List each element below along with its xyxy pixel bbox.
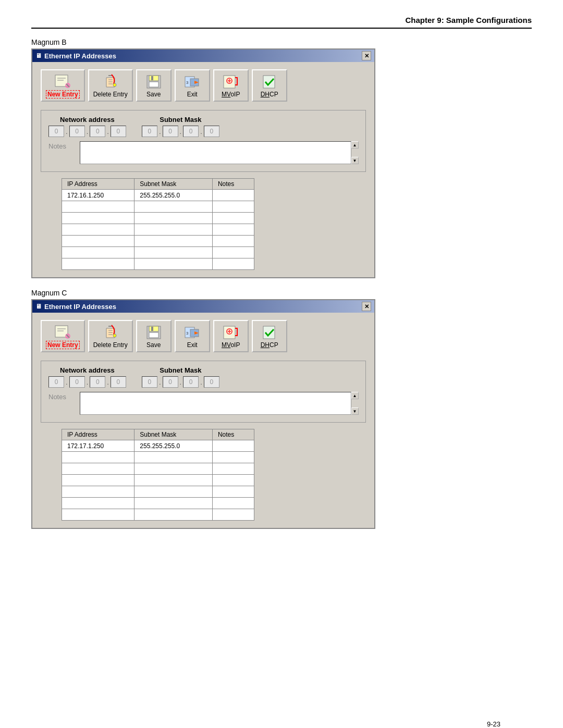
- svg-rect-35: [149, 332, 158, 338]
- scroll-up-c[interactable]: ▲: [351, 392, 359, 399]
- close-button-b[interactable]: ✕: [362, 51, 371, 60]
- exit-icon-c: 3: [182, 324, 202, 341]
- dhcp-label-c: DHCP: [261, 341, 278, 349]
- mvoip-icon-c: [221, 324, 241, 341]
- page-number: 9-23: [487, 720, 500, 728]
- notes-input-c[interactable]: [80, 392, 358, 415]
- table-row: [62, 486, 254, 498]
- magnum-b-label: Magnum B: [31, 38, 532, 46]
- save-button-b[interactable]: Save: [136, 69, 172, 102]
- col-ip-c: IP Address: [62, 429, 134, 440]
- network-octet-1-c[interactable]: [48, 376, 64, 388]
- dhcp-label-b: DHCP: [261, 91, 278, 98]
- scroll-down-c[interactable]: ▼: [351, 408, 359, 415]
- delete-entry-label-c: Delete Entry: [93, 341, 128, 349]
- svg-rect-22: [263, 76, 275, 88]
- table-row: [62, 224, 254, 236]
- subnet-mask-input-b[interactable]: . . .: [142, 126, 219, 137]
- mvoip-label-b: MVoIP: [222, 91, 240, 98]
- new-entry-button-b[interactable]: New Entry: [41, 69, 85, 102]
- notes-input-b[interactable]: [80, 141, 358, 164]
- network-address-col-c: Network address . . .: [48, 366, 126, 388]
- table-row: [62, 236, 254, 247]
- dialog-titlebar-c: 🖥 Ethernet IP Addresses ✕: [32, 300, 374, 313]
- dialog-titlebar-b: 🖥 Ethernet IP Addresses ✕: [32, 50, 374, 62]
- delete-entry-button-b[interactable]: Delete Entry: [88, 69, 133, 102]
- delete-entry-button-c[interactable]: Delete Entry: [88, 320, 133, 352]
- table-row: [62, 258, 254, 270]
- mvoip-button-c[interactable]: MVoIP: [213, 320, 249, 352]
- network-octet-3-b[interactable]: [90, 126, 105, 137]
- network-address-input-b[interactable]: . . .: [48, 126, 126, 137]
- cell-ip-c-1: 172.17.1.250: [62, 440, 134, 452]
- subnet-octet-1-b[interactable]: [142, 126, 157, 137]
- subnet-mask-col-c: Subnet Mask . . .: [142, 366, 219, 388]
- notes-scrollbar-b[interactable]: ▲ ▼: [351, 141, 358, 164]
- scroll-down-b[interactable]: ▼: [351, 157, 359, 164]
- network-address-label-c: Network address: [60, 366, 115, 374]
- subnet-octet-2-b[interactable]: [163, 126, 178, 137]
- network-address-col-b: Network address . . .: [48, 116, 126, 137]
- address-row-c: Network address . . .: [48, 366, 358, 388]
- table-row: [62, 201, 254, 213]
- network-octet-3-c[interactable]: [90, 376, 105, 388]
- exit-label-c: Exit: [187, 341, 198, 349]
- save-icon-c: [144, 324, 164, 341]
- save-label-c: Save: [146, 341, 161, 349]
- subnet-mask-label-c: Subnet Mask: [160, 366, 201, 374]
- chapter-title: Chapter 9: Sample Configurations: [405, 16, 532, 24]
- col-subnet-c: Subnet Mask: [134, 429, 213, 440]
- save-button-c[interactable]: Save: [136, 320, 172, 352]
- new-entry-button-c[interactable]: New Entry: [41, 320, 85, 352]
- cell-ip-b-1: 172.16.1.250: [62, 190, 134, 201]
- subnet-octet-3-c[interactable]: [183, 376, 199, 388]
- form-section-c: Network address . . .: [41, 361, 366, 423]
- delete-entry-label-b: Delete Entry: [93, 91, 128, 98]
- new-entry-icon-b: [53, 72, 72, 90]
- ip-table-c: IP Address Subnet Mask Notes 172.17.1.25…: [62, 429, 254, 521]
- dhcp-button-c[interactable]: DHCP: [252, 320, 287, 352]
- svg-rect-34: [149, 326, 158, 331]
- magnum-c-dialog: 🖥 Ethernet IP Addresses ✕: [31, 299, 375, 529]
- exit-button-b[interactable]: 3 Exit: [175, 69, 210, 102]
- notes-label-c: Notes: [48, 392, 80, 401]
- new-entry-label-b: New Entry: [46, 90, 80, 98]
- network-octet-1-b[interactable]: [48, 126, 64, 137]
- network-address-input-c[interactable]: . . .: [48, 376, 126, 388]
- subnet-mask-label-b: Subnet Mask: [160, 116, 201, 124]
- table-row: [62, 452, 254, 463]
- svg-point-32: [113, 334, 116, 337]
- network-octet-2-c[interactable]: [69, 376, 85, 388]
- table-row: 172.17.1.250 255.255.255.0: [62, 440, 254, 452]
- subnet-mask-input-c[interactable]: . . .: [142, 376, 219, 388]
- subnet-octet-4-c[interactable]: [204, 376, 219, 388]
- notes-scrollbar-c[interactable]: ▲ ▼: [351, 392, 358, 415]
- new-entry-icon-c: [53, 323, 72, 341]
- subnet-octet-3-b[interactable]: [183, 126, 199, 137]
- scroll-up-b[interactable]: ▲: [351, 141, 359, 149]
- save-label-b: Save: [146, 91, 161, 98]
- dialog-title-c: Ethernet IP Addresses: [44, 303, 116, 311]
- subnet-octet-1-c[interactable]: [142, 376, 157, 388]
- svg-rect-13: [151, 76, 153, 80]
- magnum-c-section: Magnum C 🖥 Ethernet IP Addresses ✕: [31, 289, 532, 529]
- dhcp-icon-c: [260, 324, 279, 341]
- dhcp-button-b[interactable]: DHCP: [252, 69, 287, 102]
- toolbar-b: New Entry: [41, 69, 366, 102]
- col-ip-b: IP Address: [62, 179, 134, 190]
- exit-button-c[interactable]: 3 Exit: [175, 320, 210, 352]
- new-entry-label-c: New Entry: [46, 341, 80, 349]
- table-row: [62, 213, 254, 224]
- network-octet-4-c[interactable]: [111, 376, 126, 388]
- mvoip-icon-b: [221, 73, 241, 91]
- notes-row-b: Notes ▲ ▼: [48, 141, 358, 166]
- subnet-octet-4-b[interactable]: [204, 126, 219, 137]
- magnum-c-label: Magnum C: [31, 289, 532, 297]
- network-octet-4-b[interactable]: [111, 126, 126, 137]
- delete-entry-icon-c: [101, 324, 120, 341]
- cell-subnet-b-1: 255.255.255.0: [134, 190, 213, 201]
- close-button-c[interactable]: ✕: [362, 302, 371, 311]
- network-octet-2-b[interactable]: [69, 126, 85, 137]
- mvoip-button-b[interactable]: MVoIP: [213, 69, 249, 102]
- subnet-octet-2-c[interactable]: [163, 376, 178, 388]
